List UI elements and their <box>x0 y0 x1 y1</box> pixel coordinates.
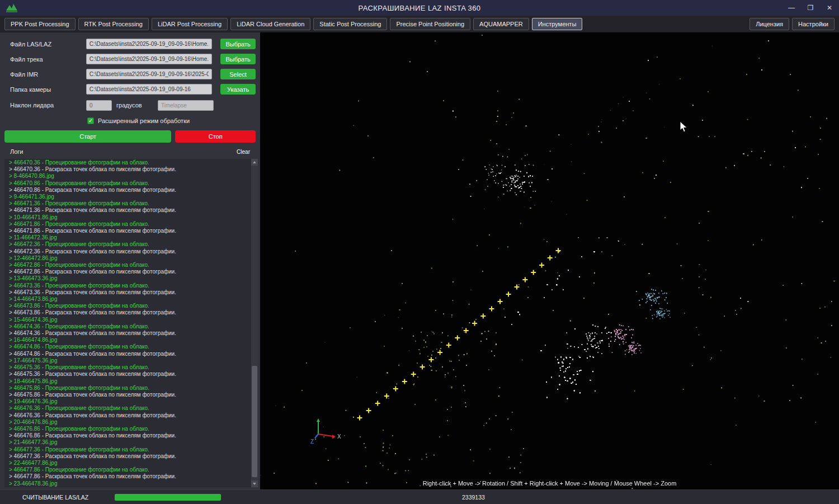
advanced-mode-label: Расширенный режим обработки <box>98 117 190 124</box>
browse-button-las-laz[interactable]: Выбрать <box>220 39 256 49</box>
log-line: > 466476.36 - Проецирование фотографии н… <box>9 405 251 412</box>
log-line: > 466474.86 - Проецирование фотографии н… <box>9 343 251 350</box>
log-line: > 11-466472.36.jpg <box>9 234 251 241</box>
log-line: > 22-466477.86.jpg <box>9 460 251 467</box>
log-line: > 466474.36 - Проецирование фотографии н… <box>9 323 251 330</box>
control-panel: Файл LAS/LAZВыбратьФайл трекаВыбратьФайл… <box>0 32 260 489</box>
timelapse-input[interactable] <box>158 100 214 111</box>
field-label-track: Файл трека <box>4 56 86 63</box>
log-line: > 466477.36 - Раскраска точек облака по … <box>9 453 251 460</box>
tab-settings[interactable]: Настройки <box>792 18 835 30</box>
scroll-down-arrow-icon[interactable] <box>251 481 258 487</box>
mouse-cursor-icon <box>678 121 689 133</box>
status-bar: СЧИТЫВАНИЕ LAS/LAZ 2339133 <box>0 489 839 504</box>
progress-bar <box>115 494 221 501</box>
status-stage-label: СЧИТЫВАНИЕ LAS/LAZ <box>22 490 88 504</box>
log-clear-button[interactable]: Clear <box>237 149 250 155</box>
form-row-las-laz: Файл LAS/LAZВыбрать <box>0 36 260 51</box>
log-line: > 466476.86 - Проецирование фотографии н… <box>9 426 251 432</box>
log-line: > 466477.36 - Проецирование фотографии н… <box>9 446 251 453</box>
stop-button[interactable]: Стоп <box>175 130 256 143</box>
log-line: > 466475.86 - Проецирование фотографии н… <box>9 385 251 392</box>
start-button[interactable]: Старт <box>4 130 171 143</box>
close-button[interactable]: ✕ <box>820 0 839 16</box>
log-line: > 466473.36 - Раскраска точек облака по … <box>9 289 251 296</box>
log-line: > 23-466478.36.jpg <box>9 481 251 487</box>
log-line: > 13-466473.36.jpg <box>9 275 251 282</box>
tab-ppk-post-processing[interactable]: PPK Post Processing <box>4 18 76 30</box>
field-input-las-laz[interactable] <box>86 39 212 49</box>
point-cloud-canvas[interactable] <box>260 32 839 489</box>
log-line: > 20-466476.86.jpg <box>9 419 251 426</box>
log-scrollbar[interactable] <box>251 159 258 487</box>
field-label-camera-folder: Папка камеры <box>4 86 86 93</box>
log-line: > 466472.86 - Раскраска точек облака по … <box>9 269 251 275</box>
advanced-mode-checkbox[interactable] <box>87 117 94 124</box>
tab-strip-right: ЛицензияНастройки <box>747 18 835 30</box>
browse-button-camera-folder[interactable]: Указать <box>220 84 256 95</box>
axis-x-label: X <box>337 434 341 440</box>
log-line: > 10-466471.86.jpg <box>9 214 251 221</box>
viewport-hint: Right-click + Move -> Rotation / Shift +… <box>260 480 839 487</box>
run-row: Старт Стоп <box>0 130 260 143</box>
lidar-tilt-label: Наклон лидара <box>4 102 86 109</box>
form-row-imr: Файл IMRSelect <box>0 67 260 82</box>
log-line: > 466473.86 - Раскраска точек облака по … <box>9 309 251 316</box>
log-panel[interactable]: > 466470.36 - Проецирование фотографии н… <box>4 159 258 487</box>
scroll-up-arrow-icon[interactable] <box>251 159 258 166</box>
log-line: > 466474.36 - Раскраска точек облака по … <box>9 330 251 337</box>
log-line: > 16-466474.86.jpg <box>9 337 251 343</box>
tab-lidar-cloud-generation[interactable]: LiDAR Cloud Generation <box>230 18 310 30</box>
browse-button-imr[interactable]: Select <box>220 69 256 79</box>
log-line: > 466475.36 - Раскраска точек облака по … <box>9 371 251 378</box>
log-line: > 466474.86 - Раскраска точек облака по … <box>9 351 251 357</box>
tab-static-post-processing[interactable]: Static Post Processing <box>313 18 387 30</box>
log-line: > 466477.86 - Раскраска точек облака по … <box>9 473 251 480</box>
tab-license[interactable]: Лицензия <box>750 18 789 30</box>
log-line: > 466470.86 - Проецирование фотографии н… <box>9 180 251 187</box>
log-line: > 466476.86 - Раскраска точек облака по … <box>9 432 251 439</box>
form-row-camera-folder: Папка камерыУказать <box>0 82 260 97</box>
advanced-mode-row: Расширенный режим обработки <box>0 115 260 127</box>
log-line: > 9-466471.36.jpg <box>9 194 251 200</box>
app-logo-icon <box>6 3 18 12</box>
log-line: > 466477.86 - Проецирование фотографии н… <box>9 467 251 473</box>
log-line: > 15-466474.36.jpg <box>9 317 251 323</box>
log-scrollbar-thumb[interactable] <box>252 366 257 478</box>
log-header: Логи Clear <box>0 145 260 158</box>
log-line: > 19-466476.36.jpg <box>9 398 251 405</box>
log-line: > 466470.36 - Раскраска точек облака по … <box>9 166 251 173</box>
app-window: РАСКРАШИВАНИЕ LAZ INSTA 360 — ❐ ✕ PPK Po… <box>0 0 839 504</box>
axis-gizmo: Z X <box>309 417 345 445</box>
window-title: РАСКРАШИВАНИЕ LAZ INSTA 360 <box>0 4 839 12</box>
log-line: > 466475.36 - Проецирование фотографии н… <box>9 364 251 371</box>
tab-strip-left: PPK Post ProcessingRTK Post ProcessingLi… <box>4 18 585 30</box>
tab-aquamapper[interactable]: AQUAMAPPER <box>473 18 529 30</box>
log-line: > 466470.86 - Раскраска точек облака по … <box>9 187 251 194</box>
tab-rtk-post-processing[interactable]: RTK Post Processing <box>78 18 149 30</box>
title-bar: РАСКРАШИВАНИЕ LAZ INSTA 360 — ❐ ✕ <box>0 0 839 16</box>
log-line: > 12-466472.86.jpg <box>9 255 251 262</box>
tab-bar: PPK Post ProcessingRTK Post ProcessingLi… <box>0 16 839 32</box>
tab-instrumenty[interactable]: Инструменты <box>532 18 583 30</box>
field-input-track[interactable] <box>86 54 212 64</box>
field-input-camera-folder[interactable] <box>86 84 212 95</box>
lidar-tilt-input[interactable] <box>86 100 112 111</box>
field-input-imr[interactable] <box>86 69 212 79</box>
lidar-tilt-row: Наклон лидара градусов <box>0 97 260 114</box>
minimize-button[interactable]: — <box>782 0 801 16</box>
main-area: Файл LAS/LAZВыбратьФайл трекаВыбратьФайл… <box>0 32 839 489</box>
log-line: > 18-466475.86.jpg <box>9 378 251 385</box>
log-line: > 466471.36 - Проецирование фотографии н… <box>9 200 251 207</box>
log-line: > 466472.36 - Проецирование фотографии н… <box>9 241 251 248</box>
log-line: > 466473.86 - Проецирование фотографии н… <box>9 303 251 309</box>
maximize-button[interactable]: ❐ <box>801 0 820 16</box>
form-row-track: Файл трекаВыбрать <box>0 51 260 67</box>
log-line: > 466471.36 - Раскраска точек облака по … <box>9 207 251 214</box>
log-line: > 466471.86 - Раскраска точек облака по … <box>9 228 251 234</box>
tab-precise-point-positioning[interactable]: Precise Point Positioning <box>390 18 470 30</box>
log-title: Логи <box>10 148 23 155</box>
browse-button-track[interactable]: Выбрать <box>220 54 256 64</box>
log-line: > 466473.36 - Проецирование фотографии н… <box>9 282 251 289</box>
tab-lidar-post-processing[interactable]: LiDAR Post Processing <box>152 18 228 30</box>
